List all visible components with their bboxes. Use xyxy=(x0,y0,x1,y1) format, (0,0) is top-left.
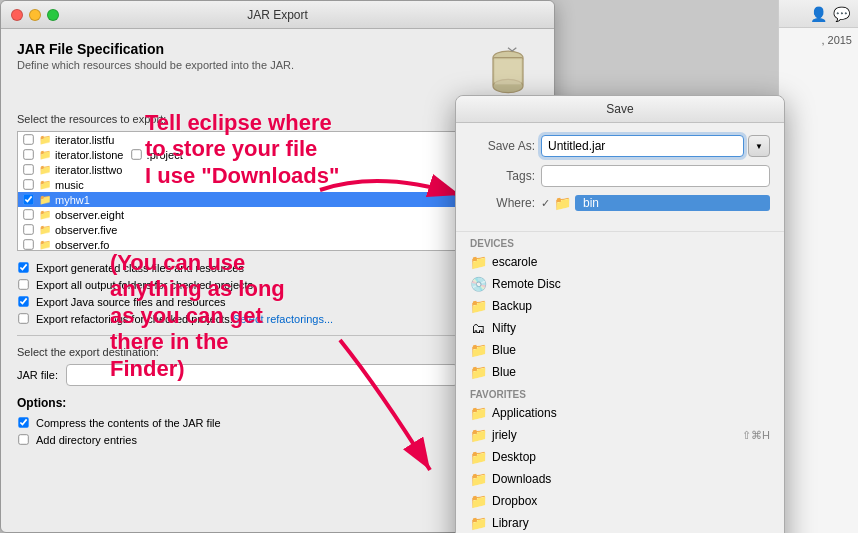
export-class-checkbox[interactable] xyxy=(18,262,28,272)
export-option-label: Export generated class files and resourc… xyxy=(36,262,244,274)
resource-name: observer.fo xyxy=(55,239,109,251)
folder-icon: 📁 xyxy=(39,209,51,220)
folder-icon: 📁 xyxy=(470,298,486,314)
resource-name: observer.eight xyxy=(55,209,124,221)
location-list: Devices 📁 escarole 💿 Remote Disc 📁 Backu… xyxy=(456,231,784,533)
folder-icon: 📁 xyxy=(470,342,486,358)
device-name: escarole xyxy=(492,255,770,269)
resource-name: music xyxy=(55,179,84,191)
folder-icon: 📁 xyxy=(39,134,51,145)
save-dialog: Save Save As: ▼ Tags: Where: ✓ 📁 bin Dev… xyxy=(455,95,785,533)
resource-checkbox[interactable] xyxy=(23,239,33,249)
export-source-checkbox[interactable] xyxy=(18,296,28,306)
filename-input[interactable] xyxy=(541,135,744,157)
export-refactor-checkbox[interactable] xyxy=(18,313,28,323)
favorite-name: Desktop xyxy=(492,450,770,464)
favorites-header: Favorites xyxy=(456,383,784,402)
resource-checkbox-2[interactable] xyxy=(131,149,141,159)
save-dialog-titlebar: Save xyxy=(456,96,784,123)
background-panel: 👤 💬 , 2015 xyxy=(778,0,858,533)
where-folder-icon: 📁 xyxy=(554,195,571,211)
jar-file-dropdown[interactable] xyxy=(66,364,458,386)
compress-checkbox[interactable] xyxy=(18,417,28,427)
bg-date: , 2015 xyxy=(779,28,858,52)
favorite-item-dropbox[interactable]: 📁 Dropbox xyxy=(456,490,784,512)
select-refactorings-link[interactable]: Select refactorings... xyxy=(233,313,333,325)
jar-file-label: JAR file: xyxy=(17,369,58,381)
folder-icon: 📁 xyxy=(470,254,486,270)
favorite-name: Downloads xyxy=(492,472,770,486)
folder-icon: 📁 xyxy=(470,364,486,380)
tags-row: Tags: xyxy=(470,165,770,187)
folder-icon: 📁 xyxy=(39,224,51,235)
tags-input[interactable] xyxy=(541,165,770,187)
add-dir-checkbox[interactable] xyxy=(18,434,28,444)
device-name: Nifty xyxy=(492,321,770,335)
device-item-escarole[interactable]: 📁 escarole xyxy=(456,251,784,273)
where-location-value[interactable]: bin xyxy=(575,195,770,211)
device-name: Blue xyxy=(492,343,770,357)
save-as-input-wrapper: ▼ xyxy=(541,135,770,157)
device-name: Backup xyxy=(492,299,770,313)
folder-icon: 📁 xyxy=(470,405,486,421)
folder-icon: 📁 xyxy=(39,194,51,205)
window-controls xyxy=(11,9,59,21)
device-name: Remote Disc xyxy=(492,277,770,291)
compress-label: Compress the contents of the JAR file xyxy=(36,417,221,429)
tags-label: Tags: xyxy=(470,169,535,183)
device-item-blue-2[interactable]: 📁 Blue xyxy=(456,361,784,383)
resource-name-2: .project xyxy=(147,149,183,161)
folder-icon: 📁 xyxy=(39,164,51,175)
resource-name: iterator.listtwo xyxy=(55,164,122,176)
close-button[interactable] xyxy=(11,9,23,21)
favorite-item-jriely[interactable]: 📁 jriely ⇧⌘H xyxy=(456,424,784,446)
maximize-button[interactable] xyxy=(47,9,59,21)
favorite-name: Dropbox xyxy=(492,494,770,508)
drive-icon: 🗂 xyxy=(470,320,486,336)
save-as-label: Save As: xyxy=(470,139,535,153)
folder-icon: 📁 xyxy=(470,493,486,509)
favorite-item-applications[interactable]: 📁 Applications xyxy=(456,402,784,424)
folder-icon: 📁 xyxy=(39,149,51,160)
checkmark-icon: ✓ xyxy=(541,197,550,210)
favorite-name: Library xyxy=(492,516,770,530)
device-item-nifty[interactable]: 🗂 Nifty xyxy=(456,317,784,339)
device-item-remote-disc[interactable]: 💿 Remote Disc xyxy=(456,273,784,295)
resource-checkbox[interactable] xyxy=(23,224,33,234)
jar-spec-title: JAR File Specification xyxy=(17,41,294,57)
resource-checkbox[interactable] xyxy=(23,134,33,144)
favorite-item-desktop[interactable]: 📁 Desktop xyxy=(456,446,784,468)
save-dialog-content: Save As: ▼ Tags: Where: ✓ 📁 bin xyxy=(456,123,784,223)
resource-name: observer.five xyxy=(55,224,117,236)
resource-checkbox[interactable] xyxy=(23,179,33,189)
favorite-name: jriely xyxy=(492,428,736,442)
resource-checkbox[interactable] xyxy=(23,164,33,174)
chat-icon: 💬 xyxy=(833,6,850,22)
folder-icon: 📁 xyxy=(470,471,486,487)
filename-dropdown-arrow[interactable]: ▼ xyxy=(748,135,770,157)
resource-checkbox[interactable] xyxy=(23,194,33,204)
minimize-button[interactable] xyxy=(29,9,41,21)
resource-checkbox[interactable] xyxy=(23,209,33,219)
save-as-row: Save As: ▼ xyxy=(470,135,770,157)
device-item-blue-1[interactable]: 📁 Blue xyxy=(456,339,784,361)
export-output-checkbox[interactable] xyxy=(18,279,28,289)
favorite-name: Applications xyxy=(492,406,770,420)
svg-rect-3 xyxy=(495,59,522,84)
where-row: Where: ✓ 📁 bin xyxy=(470,195,770,211)
favorite-item-downloads[interactable]: 📁 Downloads xyxy=(456,468,784,490)
favorite-item-library[interactable]: 📁 Library xyxy=(456,512,784,533)
resource-checkbox[interactable] xyxy=(23,149,33,159)
jar-icon xyxy=(478,41,538,101)
folder-icon: 📁 xyxy=(39,179,51,190)
device-item-backup[interactable]: 📁 Backup xyxy=(456,295,784,317)
jar-spec-description: Define which resources should be exporte… xyxy=(17,59,294,71)
window-title: JAR Export xyxy=(247,8,308,22)
resource-name: iterator.listfu xyxy=(55,134,114,146)
folder-icon: 📁 xyxy=(39,239,51,250)
keyboard-shortcut: ⇧⌘H xyxy=(742,429,770,442)
bg-titlebar: 👤 💬 xyxy=(779,0,858,28)
person-icon: 👤 xyxy=(810,6,827,22)
devices-header: Devices xyxy=(456,232,784,251)
export-option-label: Export all output folders for checked pr… xyxy=(36,279,253,291)
